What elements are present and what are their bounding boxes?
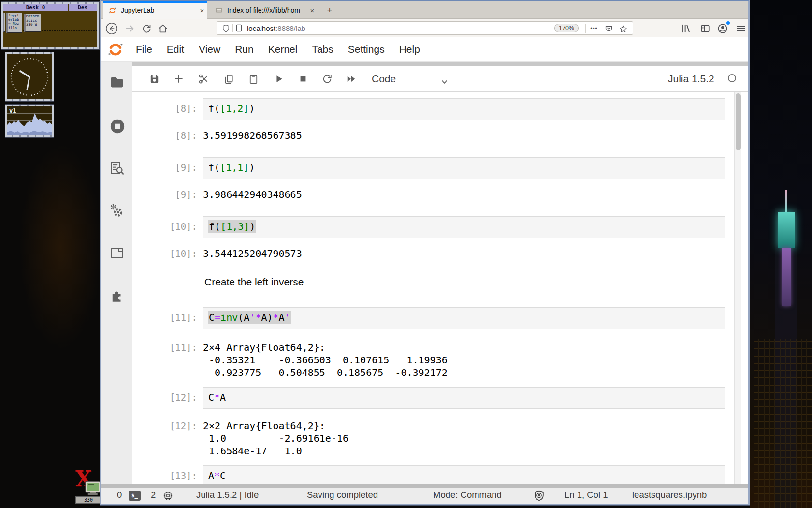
code-editor[interactable]: f([1,1]) <box>203 157 725 179</box>
cell-9-output: [9]: 3.986442940348665 <box>132 187 748 202</box>
pager-desk0-title[interactable]: Desk 0 <box>3 4 68 11</box>
pager-mini-window-jupyterlab[interactable]: JupyterLab – Mozilla <box>6 13 22 33</box>
building-purple-lights <box>782 248 791 306</box>
notebook-scrollbar[interactable] <box>734 92 741 484</box>
jupyterlab-menubar: File Edit View Run Kernel Tabs Settings … <box>102 37 748 62</box>
kernel-status-icon[interactable] <box>728 74 736 82</box>
input-prompt: [8]: <box>132 98 203 120</box>
menu-hamburger-icon[interactable] <box>735 22 747 35</box>
statusbar-divider <box>102 484 748 488</box>
pager-mini-window[interactable] <box>3 13 5 32</box>
copy-cells-icon[interactable] <box>222 73 235 85</box>
command-mode-text[interactable]: Mode: Command <box>433 490 502 500</box>
cell-12-output: [12]: 2×2 Array{Float64,2}: 1.0 -2.69161… <box>132 419 748 457</box>
notebook-panel: [8]: f([1,2]) [8]: 3.591998268567385 [9]… <box>132 92 748 484</box>
tracking-shield-icon[interactable] <box>222 24 230 32</box>
pager-desk1-title[interactable]: Des <box>69 4 97 11</box>
restart-kernel-icon[interactable] <box>321 73 334 85</box>
zoom-indicator[interactable]: 170% <box>554 24 579 32</box>
menu-edit[interactable]: Edit <box>167 44 184 55</box>
tab-close-icon[interactable]: × <box>197 6 207 15</box>
output-matrix: 2×2 Array{Float64,2}: 1.0 -2.69161e-16 1… <box>203 419 348 457</box>
menu-tabs[interactable]: Tabs <box>312 44 333 55</box>
code-editor[interactable]: C=inv(A'*A)*A' <box>203 307 725 329</box>
cell-12-input[interactable]: [12]: C*A <box>132 387 748 409</box>
city-window-lights <box>754 339 812 508</box>
cell-9-input[interactable]: [9]: f([1,1]) <box>132 157 748 179</box>
code-editor[interactable]: A*C <box>203 465 725 484</box>
x11-app-icon[interactable]: X 330 <box>75 469 102 504</box>
running-kernels-icon[interactable] <box>110 119 124 133</box>
page-icon[interactable] <box>235 24 243 32</box>
code-editor[interactable]: f([1,3]) <box>203 216 725 238</box>
directory-favicon <box>215 6 223 14</box>
bookmark-star-icon[interactable] <box>617 24 629 33</box>
back-button[interactable] <box>105 22 118 35</box>
code-editor[interactable]: f([1,2]) <box>203 98 725 120</box>
reload-button[interactable] <box>140 22 153 35</box>
system-monitor-widget[interactable]: v1 <box>5 104 54 138</box>
extension-manager-icon[interactable] <box>110 288 124 303</box>
menu-view[interactable]: View <box>199 44 220 55</box>
browser-tab-bar: JupyterLab × Index of file:///x/libb/hom… <box>102 1 748 19</box>
url-bar[interactable]: localhost:8888/lab 170% ••• <box>217 21 633 35</box>
kernel-status-text[interactable]: Julia 1.5.2 | Idle <box>196 490 259 500</box>
paste-cells-icon[interactable] <box>247 73 260 85</box>
menu-file[interactable]: File <box>136 44 152 55</box>
tab-jupyterlab[interactable]: JupyterLab × <box>103 1 207 19</box>
trust-shield-icon[interactable] <box>533 490 545 502</box>
cell-11-input[interactable]: [11]: C=inv(A'*A)*A' <box>132 307 748 329</box>
new-tab-button[interactable]: + <box>323 4 336 16</box>
interrupt-kernel-icon[interactable] <box>297 73 309 85</box>
terminal-icon[interactable]: $_ <box>129 491 141 501</box>
account-icon[interactable] <box>716 22 729 35</box>
cut-cells-icon[interactable] <box>197 73 210 85</box>
browser-nav-bar: localhost:8888/lab 170% ••• <box>102 19 748 37</box>
code-editor[interactable]: C*A <box>203 387 725 409</box>
markdown-cell[interactable]: Create the left inverse <box>203 276 748 290</box>
output-prompt: [11]: <box>132 341 203 379</box>
notebook-toolbar: Code Julia 1.5.2 <box>132 66 748 92</box>
pocket-icon[interactable] <box>603 24 614 33</box>
clock-widget[interactable] <box>5 52 54 102</box>
run-cell-icon[interactable] <box>273 73 285 85</box>
property-inspector-icon[interactable] <box>110 203 124 218</box>
scrollbar-thumb[interactable] <box>736 93 741 150</box>
output-matrix: 2×4 Array{Float64,2}: -0.35321 -0.366503… <box>203 341 448 379</box>
run-all-icon[interactable] <box>345 73 358 85</box>
file-browser-icon[interactable] <box>110 75 124 90</box>
kernels-count[interactable]: 2 <box>151 490 156 500</box>
cell-8-input[interactable]: [8]: f([1,2]) <box>132 98 748 120</box>
save-icon[interactable] <box>148 73 160 85</box>
kernel-chip-icon[interactable] <box>162 490 174 501</box>
input-prompt: [9]: <box>132 157 203 179</box>
chevron-down-icon[interactable] <box>438 75 450 88</box>
menu-run[interactable]: Run <box>235 44 254 55</box>
cell-13-input[interactable]: [13]: A*C <box>132 465 748 484</box>
output-value: 3.544125204790573 <box>203 246 302 261</box>
library-icon[interactable] <box>680 22 692 35</box>
page-actions-icon[interactable]: ••• <box>588 24 600 33</box>
sidebars-icon[interactable] <box>699 22 711 35</box>
command-palette-icon[interactable] <box>110 160 124 175</box>
tab-file-index[interactable]: Index of file:///x/libb/hom × <box>211 1 318 19</box>
home-button[interactable] <box>157 22 169 35</box>
output-prompt: [12]: <box>132 419 203 457</box>
forward-button[interactable] <box>124 22 136 35</box>
cell-type-dropdown[interactable]: Code <box>372 73 396 85</box>
menu-help[interactable]: Help <box>399 44 420 55</box>
terminals-count[interactable]: 0 <box>117 490 122 500</box>
tab-title: JupyterLab <box>121 6 197 14</box>
add-cell-icon[interactable] <box>173 73 185 85</box>
cell-8-output: [8]: 3.591998268567385 <box>132 128 748 143</box>
cursor-position-text[interactable]: Ln 1, Col 1 <box>565 490 608 500</box>
menu-kernel[interactable]: Kernel <box>268 44 298 55</box>
menu-settings[interactable]: Settings <box>348 44 385 55</box>
tab-close-icon[interactable]: × <box>307 6 318 15</box>
tab-title: Index of file:///x/libb/hom <box>227 6 307 14</box>
cell-10-input[interactable]: [10]: f([1,3]) <box>132 216 748 238</box>
kernel-name-label[interactable]: Julia 1.5.2 <box>668 73 714 85</box>
pager-mini-window-mathematics[interactable]: Mathematics 330 W <box>24 14 41 32</box>
open-tabs-icon[interactable] <box>110 246 124 260</box>
desktop-pager[interactable]: Desk 0 Des JupyterLab – Mozilla Mathemat… <box>1 1 100 50</box>
